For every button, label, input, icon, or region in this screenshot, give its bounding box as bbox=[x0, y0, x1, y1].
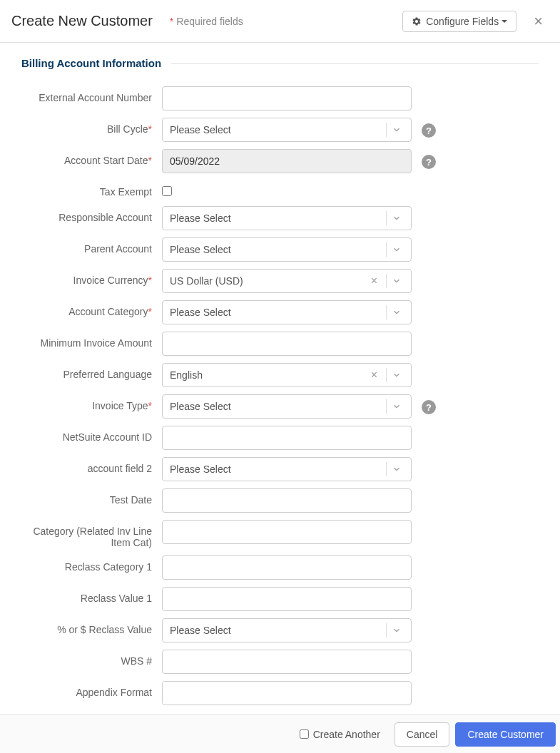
row-external-account-number: External Account Number bbox=[21, 86, 539, 111]
chevron-down-icon bbox=[390, 242, 404, 257]
external-account-number-input[interactable] bbox=[162, 86, 412, 111]
create-another-checkbox[interactable] bbox=[300, 729, 309, 739]
chevron-down-icon bbox=[390, 368, 404, 382]
account-start-date-input[interactable] bbox=[162, 149, 412, 173]
chevron-down-icon bbox=[390, 274, 404, 288]
label-appendix-format: Appendix Format bbox=[21, 681, 162, 698]
label-invoice-currency: Invoice Currency* bbox=[21, 269, 162, 286]
label-account-start-date: Account Start Date* bbox=[21, 149, 162, 166]
help-icon[interactable]: ? bbox=[422, 400, 436, 414]
row-responsible-account: Responsible Account Please Select bbox=[21, 206, 539, 230]
row-account-field-2: account field 2 Please Select bbox=[21, 457, 539, 481]
label-preferred-language: Preferred Language bbox=[21, 363, 162, 380]
chevron-down-icon bbox=[390, 123, 404, 137]
chevron-down-icon bbox=[390, 399, 404, 414]
appendix-format-input[interactable] bbox=[162, 681, 412, 705]
label-responsible-account: Responsible Account bbox=[21, 206, 162, 223]
row-wbs-num: WBS # bbox=[21, 650, 539, 674]
caret-down-icon bbox=[502, 20, 507, 23]
row-netsuite-account-id: NetSuite Account ID bbox=[21, 426, 539, 450]
reclass-category-1-input[interactable] bbox=[162, 555, 412, 580]
gear-icon bbox=[412, 16, 422, 26]
required-fields-note: *Required fields bbox=[170, 16, 402, 27]
label-wbs-num: WBS # bbox=[21, 650, 162, 667]
chevron-down-icon bbox=[390, 462, 404, 476]
label-parent-account: Parent Account bbox=[21, 237, 162, 255]
account-field-2-select[interactable]: Please Select bbox=[162, 457, 412, 481]
row-minimum-invoice-amount: Minimum Invoice Amount bbox=[21, 332, 539, 356]
row-reclass-value-1: Reclass Value 1 bbox=[21, 587, 539, 611]
row-invoice-type: Invoice Type* Please Select ? bbox=[21, 394, 539, 419]
label-netsuite-account-id: NetSuite Account ID bbox=[21, 426, 162, 443]
label-category-related: Category (Related Inv Line Item Cat) bbox=[21, 520, 162, 548]
close-icon: × bbox=[534, 12, 543, 30]
row-account-start-date: Account Start Date* ? bbox=[21, 149, 539, 173]
create-customer-button[interactable]: Create Customer bbox=[455, 722, 556, 747]
row-tax-exempt: Tax Exempt bbox=[21, 180, 539, 199]
create-another-label[interactable]: Create Another bbox=[300, 729, 380, 740]
label-reclass-value-1: Reclass Value 1 bbox=[21, 587, 162, 604]
row-parent-account: Parent Account Please Select bbox=[21, 237, 539, 262]
row-bill-cycle: Bill Cycle* Please Select ? bbox=[21, 118, 539, 142]
help-icon[interactable]: ? bbox=[422, 123, 436, 138]
label-external-account-number: External Account Number bbox=[21, 86, 162, 103]
label-invoice-type: Invoice Type* bbox=[21, 394, 162, 411]
chevron-down-icon bbox=[390, 623, 404, 637]
test-date-input[interactable] bbox=[162, 488, 412, 513]
invoice-currency-select[interactable]: US Dollar (USD) × bbox=[162, 269, 412, 293]
required-asterisk: * bbox=[170, 16, 173, 27]
percent-dollar-reclass-select[interactable]: Please Select bbox=[162, 618, 412, 642]
label-test-date: Test Date bbox=[21, 488, 162, 506]
section-title: Billing Account Information bbox=[21, 57, 539, 69]
clear-icon[interactable]: × bbox=[365, 369, 383, 381]
clear-icon[interactable]: × bbox=[365, 275, 383, 287]
netsuite-account-id-input[interactable] bbox=[162, 426, 412, 450]
close-button[interactable]: × bbox=[528, 9, 549, 34]
reclass-value-1-input[interactable] bbox=[162, 587, 412, 611]
parent-account-select[interactable]: Please Select bbox=[162, 237, 412, 262]
form-content: Billing Account Information External Acc… bbox=[0, 43, 560, 714]
row-percent-dollar-reclass: % or $ Reclass Value Please Select bbox=[21, 618, 539, 642]
responsible-account-select[interactable]: Please Select bbox=[162, 206, 412, 230]
page-title: Create New Customer bbox=[11, 13, 153, 29]
chevron-down-icon bbox=[390, 305, 404, 319]
preferred-language-select[interactable]: English × bbox=[162, 363, 412, 387]
row-test-date: Test Date bbox=[21, 488, 539, 513]
row-category-related: Category (Related Inv Line Item Cat) bbox=[21, 520, 539, 548]
row-invoice-currency: Invoice Currency* US Dollar (USD) × bbox=[21, 269, 539, 293]
wbs-num-input[interactable] bbox=[162, 650, 412, 674]
category-related-input[interactable] bbox=[162, 520, 412, 544]
tax-exempt-checkbox[interactable] bbox=[162, 186, 172, 196]
row-account-category: Account Category* Please Select bbox=[21, 300, 539, 324]
modal-header: Create New Customer *Required fields Con… bbox=[0, 0, 560, 43]
label-percent-dollar-reclass: % or $ Reclass Value bbox=[21, 618, 162, 635]
chevron-down-icon bbox=[390, 211, 404, 225]
label-account-category: Account Category* bbox=[21, 300, 162, 317]
row-reclass-category-1: Reclass Category 1 bbox=[21, 555, 539, 580]
row-appendix-format: Appendix Format bbox=[21, 681, 539, 705]
label-reclass-category-1: Reclass Category 1 bbox=[21, 555, 162, 573]
bill-cycle-select[interactable]: Please Select bbox=[162, 118, 412, 142]
label-minimum-invoice-amount: Minimum Invoice Amount bbox=[21, 332, 162, 349]
label-bill-cycle: Bill Cycle* bbox=[21, 118, 162, 135]
help-icon[interactable]: ? bbox=[422, 155, 436, 169]
cancel-button[interactable]: Cancel bbox=[394, 722, 450, 747]
account-category-select[interactable]: Please Select bbox=[162, 300, 412, 324]
row-preferred-language: Preferred Language English × bbox=[21, 363, 539, 387]
configure-fields-button[interactable]: Configure Fields bbox=[402, 11, 516, 32]
modal-footer: Create Another Cancel Create Customer bbox=[0, 714, 560, 753]
invoice-type-select[interactable]: Please Select bbox=[162, 394, 412, 419]
label-account-field-2: account field 2 bbox=[21, 457, 162, 474]
minimum-invoice-amount-input[interactable] bbox=[162, 332, 412, 356]
label-tax-exempt: Tax Exempt bbox=[21, 180, 162, 198]
